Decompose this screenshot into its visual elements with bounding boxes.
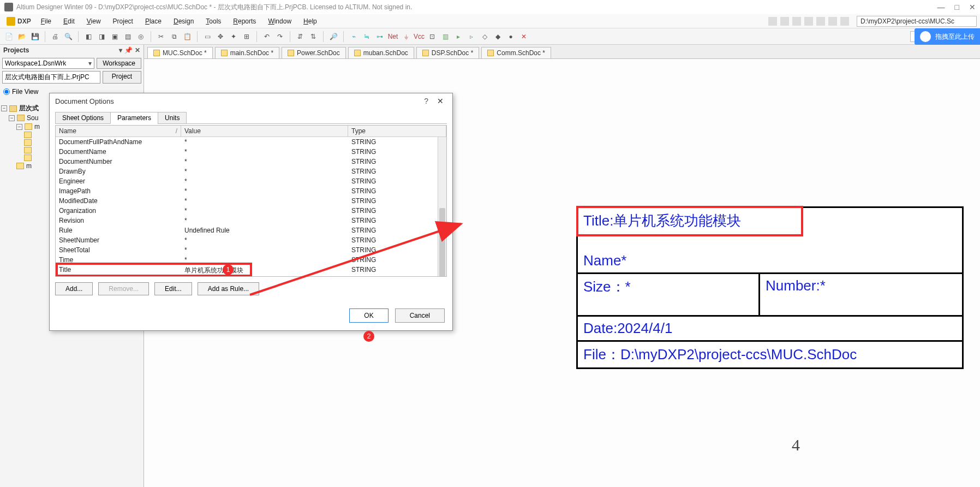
grid-row[interactable]: Organization*STRING xyxy=(56,206,446,216)
tb-part-icon[interactable]: ⊡ xyxy=(427,31,438,42)
tb-icon[interactable]: ● xyxy=(505,31,516,42)
menu-tools[interactable]: Tools xyxy=(200,16,226,27)
scrollbar-thumb[interactable] xyxy=(439,208,445,276)
project-name-box[interactable]: 层次式电路图自下而上.PrjPC xyxy=(2,71,100,84)
ok-button[interactable]: OK xyxy=(349,308,388,323)
tree-collapse-icon[interactable]: − xyxy=(16,124,22,130)
tb-port-icon[interactable]: ▸ xyxy=(453,31,464,42)
dialog-close-button[interactable]: ✕ xyxy=(434,97,447,105)
menu-view[interactable]: View xyxy=(81,16,106,27)
workspace-combo[interactable]: Workspace1.DsnWrk ▾ xyxy=(2,58,94,69)
cancel-button[interactable]: Cancel xyxy=(395,308,445,323)
workspace-button[interactable]: Workspace xyxy=(97,58,141,69)
doc-tab[interactable]: muban.SchDoc xyxy=(348,47,414,58)
dialog-tab-units[interactable]: Units xyxy=(158,112,187,124)
tree-collapse-icon[interactable]: − xyxy=(1,105,7,111)
dialog-help-button[interactable]: ? xyxy=(419,97,434,105)
mini-icon[interactable] xyxy=(768,17,777,26)
tb-bus-icon[interactable]: ≒ xyxy=(361,31,372,42)
grid-scrollbar[interactable] xyxy=(438,137,446,276)
menu-file[interactable]: File xyxy=(35,16,57,27)
tb-icon[interactable]: ▤ xyxy=(122,31,133,42)
grid-row[interactable]: ModifiedDate*STRING xyxy=(56,196,446,206)
tb-icon[interactable]: ▣ xyxy=(109,31,120,42)
grid-row[interactable]: DrawnBy*STRING xyxy=(56,167,446,176)
grid-header-name[interactable]: Name/ xyxy=(56,126,181,136)
grid-row[interactable]: Revision*STRING xyxy=(56,216,446,225)
menu-edit[interactable]: Edit xyxy=(58,16,80,27)
tb-gnd-icon[interactable]: ⏚ xyxy=(401,31,411,42)
grid-row[interactable]: Title单片机系统功能模块STRING xyxy=(56,265,446,276)
tree-item[interactable]: m xyxy=(34,123,40,130)
project-button[interactable]: Project xyxy=(103,71,141,84)
doc-tab[interactable]: Power.SchDoc xyxy=(282,47,346,58)
menu-design[interactable]: Design xyxy=(168,16,199,27)
tb-preview-icon[interactable]: 🔍 xyxy=(63,31,74,42)
panel-dropdown-icon[interactable]: ▾ xyxy=(119,46,122,54)
tb-select-icon[interactable]: ▭ xyxy=(202,31,213,42)
panel-close-icon[interactable]: ✕ xyxy=(135,46,140,54)
tb-move-icon[interactable]: ✥ xyxy=(215,31,226,42)
tb-icon[interactable]: ⇅ xyxy=(308,31,319,42)
grid-row[interactable]: ImagePath*STRING xyxy=(56,186,446,196)
mini-icon[interactable] xyxy=(804,17,813,26)
tb-wire-icon[interactable]: ⌁ xyxy=(348,31,359,42)
dialog-tab-parameters[interactable]: Parameters xyxy=(110,112,158,124)
file-view-radio-input[interactable] xyxy=(3,88,10,95)
menu-help[interactable]: Help xyxy=(298,16,322,27)
edit-button[interactable]: Edit... xyxy=(154,282,192,295)
add-as-rule-button[interactable]: Add as Rule... xyxy=(198,282,259,295)
tb-copy-icon[interactable]: ⧉ xyxy=(169,31,180,42)
tree-collapse-icon[interactable]: − xyxy=(9,115,15,121)
maximize-button[interactable]: □ xyxy=(955,3,959,11)
menu-window[interactable]: Window xyxy=(262,16,297,27)
tb-new-icon[interactable]: 📄 xyxy=(3,31,14,42)
menu-reports[interactable]: Reports xyxy=(228,16,261,27)
doc-tab[interactable]: MUC.SchDoc * xyxy=(147,47,213,58)
tb-open-icon[interactable]: 📂 xyxy=(16,31,27,42)
close-button[interactable]: ✕ xyxy=(969,3,976,11)
grid-row[interactable]: DocumentNumber*STRING xyxy=(56,157,446,167)
tb-icon[interactable]: ▹ xyxy=(466,31,477,42)
cloud-upload-badge[interactable]: 拖拽至此上传 xyxy=(915,28,980,45)
tb-icon[interactable]: ◎ xyxy=(135,31,146,42)
tree-item[interactable]: m xyxy=(26,162,32,170)
grid-row[interactable]: SheetTotal*STRING xyxy=(56,245,446,255)
tb-vcc-icon[interactable]: Vcc xyxy=(414,31,425,42)
tb-print-icon[interactable]: 🖨 xyxy=(50,31,61,42)
grid-header-type[interactable]: Type xyxy=(348,126,446,136)
tb-icon[interactable]: 🔎 xyxy=(328,31,339,42)
tree-root[interactable]: 层次式 xyxy=(19,104,39,113)
menu-place[interactable]: Place xyxy=(140,16,167,27)
tb-icon[interactable]: ◧ xyxy=(83,31,94,42)
tb-delete-icon[interactable]: ✕ xyxy=(518,31,529,42)
tb-redo-icon[interactable]: ↷ xyxy=(274,31,285,42)
path-input[interactable]: D:\myDXP2\project-ccs\MUC.Sc xyxy=(857,16,977,27)
grid-header-value[interactable]: Value xyxy=(181,126,348,136)
tree-source[interactable]: Sou xyxy=(27,114,38,122)
grid-row[interactable]: RuleUndefined RuleSTRING xyxy=(56,225,446,235)
tb-undo-icon[interactable]: ↶ xyxy=(261,31,272,42)
panel-pin-icon[interactable]: 📌 xyxy=(124,46,133,54)
doc-tab[interactable]: Comm.SchDoc * xyxy=(481,47,551,58)
mini-icon[interactable] xyxy=(792,17,801,26)
mini-icon[interactable] xyxy=(816,17,825,26)
mini-icon[interactable] xyxy=(840,17,849,26)
tb-icon[interactable]: ◇ xyxy=(479,31,490,42)
grid-row[interactable]: Time*STRING xyxy=(56,255,446,265)
tb-icon[interactable]: ⇵ xyxy=(295,31,306,42)
grid-row[interactable]: DocumentName*STRING xyxy=(56,147,446,157)
mini-icon[interactable] xyxy=(828,17,837,26)
tb-icon[interactable]: ⊞ xyxy=(241,31,252,42)
doc-tab[interactable]: DSP.SchDoc * xyxy=(416,47,479,58)
tb-icon[interactable]: ◆ xyxy=(492,31,503,42)
grid-row[interactable]: DocumentFullPathAndName*STRING xyxy=(56,137,446,147)
grid-row[interactable]: Engineer*STRING xyxy=(56,176,446,186)
tb-icon[interactable]: ⊶ xyxy=(374,31,385,42)
add-button[interactable]: Add... xyxy=(55,282,93,295)
grid-row[interactable]: SheetNumber*STRING xyxy=(56,235,446,245)
tb-icon[interactable]: ◨ xyxy=(96,31,107,42)
parameters-grid[interactable]: Name/ Value Type DocumentFullPathAndName… xyxy=(55,125,447,277)
tb-paste-icon[interactable]: 📋 xyxy=(182,31,193,42)
mini-icon[interactable] xyxy=(780,17,789,26)
